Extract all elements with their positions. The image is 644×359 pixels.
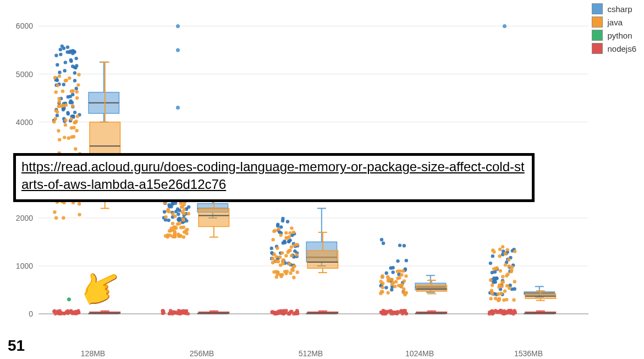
x-tick-label: 1536MB bbox=[514, 349, 543, 358]
svg-point-247 bbox=[71, 104, 74, 107]
svg-point-326 bbox=[171, 222, 174, 225]
y-tick-label: 2000 bbox=[11, 214, 33, 222]
svg-point-135 bbox=[276, 222, 279, 226]
svg-point-245 bbox=[72, 135, 75, 138]
svg-point-345 bbox=[185, 232, 188, 235]
svg-point-159 bbox=[382, 242, 385, 245]
svg-point-448 bbox=[510, 265, 514, 269]
svg-point-434 bbox=[401, 269, 405, 273]
svg-point-48 bbox=[62, 108, 65, 111]
svg-point-452 bbox=[507, 264, 510, 268]
svg-point-59 bbox=[72, 50, 75, 53]
svg-point-597 bbox=[295, 309, 299, 312]
svg-point-344 bbox=[172, 235, 175, 238]
svg-point-362 bbox=[276, 246, 279, 249]
svg-point-438 bbox=[491, 284, 494, 287]
svg-point-219 bbox=[78, 202, 81, 205]
svg-point-480 bbox=[497, 298, 500, 302]
svg-point-211 bbox=[493, 280, 497, 284]
svg-point-40 bbox=[75, 87, 78, 90]
svg-point-515 bbox=[69, 310, 73, 313]
legend-label: nodejs6 bbox=[607, 44, 636, 53]
svg-point-205 bbox=[495, 276, 498, 280]
source-url[interactable]: https://read.acloud.guru/does-coding-lan… bbox=[21, 159, 525, 192]
svg-point-280 bbox=[53, 76, 57, 79]
svg-point-598 bbox=[279, 310, 283, 313]
svg-point-275 bbox=[58, 74, 61, 78]
svg-point-476 bbox=[512, 298, 515, 302]
svg-point-369 bbox=[279, 263, 282, 266]
svg-point-423 bbox=[381, 286, 384, 289]
svg-point-63 bbox=[75, 57, 78, 60]
svg-point-198 bbox=[489, 262, 492, 265]
svg-point-297 bbox=[187, 212, 190, 215]
svg-point-171 bbox=[396, 259, 399, 263]
svg-point-246 bbox=[70, 90, 73, 93]
svg-point-270 bbox=[75, 129, 78, 132]
svg-point-557 bbox=[161, 309, 164, 312]
svg-point-118 bbox=[270, 247, 273, 250]
svg-point-167 bbox=[398, 243, 401, 247]
svg-point-363 bbox=[292, 231, 295, 234]
svg-point-375 bbox=[290, 245, 293, 248]
svg-point-381 bbox=[272, 230, 276, 233]
y-tick-label: 5000 bbox=[11, 70, 33, 79]
svg-point-390 bbox=[275, 275, 278, 279]
svg-point-8 bbox=[62, 83, 65, 86]
svg-point-436 bbox=[400, 285, 403, 288]
svg-point-713 bbox=[176, 48, 180, 52]
svg-point-166 bbox=[380, 238, 383, 241]
svg-point-397 bbox=[279, 233, 282, 237]
svg-point-130 bbox=[281, 219, 284, 222]
svg-point-213 bbox=[61, 89, 64, 93]
svg-point-34 bbox=[73, 111, 76, 114]
legend-swatch-icon bbox=[592, 17, 603, 28]
svg-point-380 bbox=[277, 227, 280, 231]
x-tick-label: 1024MB bbox=[405, 349, 434, 358]
svg-point-164 bbox=[391, 266, 394, 269]
legend-item-java: java bbox=[592, 17, 636, 28]
svg-point-23 bbox=[59, 53, 62, 56]
svg-point-521 bbox=[63, 312, 66, 315]
svg-point-442 bbox=[513, 249, 516, 253]
svg-point-262 bbox=[57, 129, 60, 132]
svg-point-474 bbox=[502, 298, 505, 302]
svg-point-11 bbox=[54, 54, 58, 57]
svg-point-110 bbox=[177, 219, 180, 222]
svg-point-16 bbox=[56, 63, 59, 67]
svg-point-255 bbox=[53, 210, 56, 214]
svg-point-282 bbox=[78, 213, 81, 216]
svg-point-478 bbox=[490, 290, 493, 293]
svg-point-601 bbox=[284, 309, 288, 312]
svg-point-337 bbox=[182, 226, 185, 229]
svg-point-455 bbox=[497, 292, 500, 296]
svg-point-479 bbox=[497, 285, 500, 289]
svg-point-287 bbox=[52, 120, 56, 123]
svg-point-384 bbox=[289, 271, 292, 275]
svg-point-641 bbox=[395, 311, 399, 314]
svg-point-377 bbox=[272, 253, 276, 256]
svg-point-320 bbox=[167, 208, 170, 211]
svg-point-462 bbox=[507, 258, 510, 262]
svg-point-57 bbox=[75, 64, 78, 67]
url-callout-box: https://read.acloud.guru/does-coding-lan… bbox=[13, 153, 535, 202]
svg-point-402 bbox=[402, 287, 405, 291]
legend-swatch-icon bbox=[592, 30, 603, 41]
svg-point-58 bbox=[66, 45, 69, 48]
svg-point-371 bbox=[288, 231, 291, 235]
svg-point-520 bbox=[54, 312, 57, 316]
svg-point-343 bbox=[183, 208, 186, 211]
svg-point-99 bbox=[174, 210, 178, 213]
svg-point-425 bbox=[390, 278, 393, 281]
svg-point-241 bbox=[56, 84, 59, 87]
svg-point-677 bbox=[511, 312, 515, 316]
svg-point-469 bbox=[513, 280, 516, 283]
svg-point-632 bbox=[389, 309, 392, 312]
svg-point-175 bbox=[384, 286, 388, 289]
svg-point-144 bbox=[286, 220, 289, 223]
svg-point-170 bbox=[391, 270, 394, 274]
legend-label: python bbox=[607, 31, 632, 40]
svg-point-335 bbox=[164, 234, 167, 237]
x-tick-label: 128MB bbox=[81, 349, 105, 358]
svg-point-599 bbox=[296, 312, 299, 315]
